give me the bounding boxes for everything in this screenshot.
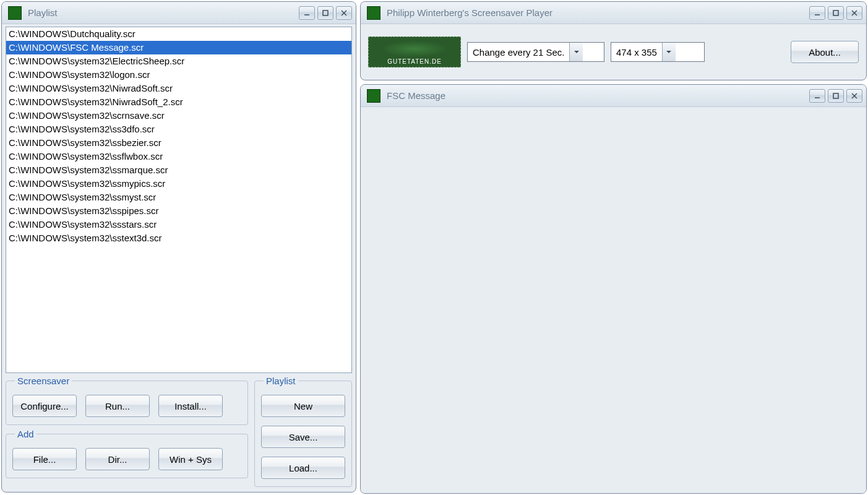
svg-rect-1 <box>323 11 328 15</box>
resolution-value: 474 x 355 <box>611 43 662 61</box>
add-winsys-button[interactable]: Win + Sys <box>158 448 223 470</box>
preview-window: FSC Message <box>360 84 867 494</box>
logo-image: GUTETATEN.DE <box>368 37 461 67</box>
chevron-down-icon <box>662 43 676 61</box>
minimize-button[interactable] <box>299 6 315 20</box>
app-icon <box>367 89 380 103</box>
app-icon <box>367 6 380 20</box>
groups-row: Screensaver Configure... Run... Install.… <box>6 376 352 487</box>
list-item[interactable]: C:\WINDOWS\system32\scrnsave.scr <box>6 109 351 123</box>
preview-title: FSC Message <box>387 90 803 101</box>
list-item[interactable]: C:\WINDOWS\FSC Message.scr <box>6 41 351 54</box>
run-button[interactable]: Run... <box>85 395 150 417</box>
add-dir-button[interactable]: Dir... <box>85 448 150 470</box>
groups-left-col: Screensaver Configure... Run... Install.… <box>6 376 248 487</box>
app-icon <box>8 6 22 20</box>
add-file-button[interactable]: File... <box>12 448 77 470</box>
list-item[interactable]: C:\WINDOWS\system32\ssmypics.scr <box>6 177 351 191</box>
list-item[interactable]: C:\WINDOWS\system32\NiwradSoft_2.scr <box>6 95 351 109</box>
player-title: Philipp Winterberg's Screensaver Player <box>387 7 803 18</box>
list-item[interactable]: C:\WINDOWS\system32\ss3dfo.scr <box>6 123 351 136</box>
playlist-title: Playlist <box>28 7 293 18</box>
maximize-button[interactable] <box>828 6 844 20</box>
window-controls <box>299 6 352 20</box>
install-button[interactable]: Install... <box>158 395 223 417</box>
minimize-button[interactable] <box>809 6 825 20</box>
list-item[interactable]: C:\WINDOWS\system32\logon.scr <box>6 68 351 82</box>
preview-titlebar[interactable]: FSC Message <box>361 85 866 107</box>
list-item[interactable]: C:\WINDOWS\system32\ssflwbox.scr <box>6 150 351 163</box>
playlist-group: Playlist New Save... Load... <box>254 376 352 487</box>
list-item[interactable]: C:\WINDOWS\system32\ssmarque.scr <box>6 163 351 177</box>
window-controls <box>809 6 862 20</box>
minimize-button[interactable] <box>809 89 825 103</box>
about-button[interactable]: About... <box>791 41 859 63</box>
playlist-listbox[interactable]: C:\WINDOWS\Dutchquality.scrC:\WINDOWS\FS… <box>6 27 352 373</box>
chevron-down-icon <box>569 43 583 61</box>
screensaver-legend: Screensaver <box>15 376 72 386</box>
change-interval-value: Change every 21 Sec. <box>468 43 569 61</box>
close-button[interactable] <box>336 6 352 20</box>
close-button[interactable] <box>846 89 862 103</box>
svg-rect-5 <box>833 11 838 15</box>
window-controls <box>809 89 862 103</box>
list-item[interactable]: C:\WINDOWS\system32\sstext3d.scr <box>6 231 351 245</box>
player-window: Philipp Winterberg's Screensaver Player … <box>360 1 867 80</box>
playlist-window: Playlist C:\WINDOWS\Dutchquality.scrC:\W… <box>1 1 356 493</box>
list-item[interactable]: C:\WINDOWS\system32\ssstars.scr <box>6 218 351 231</box>
playlist-save-button[interactable]: Save... <box>261 426 345 448</box>
player-titlebar[interactable]: Philipp Winterberg's Screensaver Player <box>361 2 866 24</box>
configure-button[interactable]: Configure... <box>12 395 77 417</box>
groups-right-col: Playlist New Save... Load... <box>254 376 352 487</box>
list-item[interactable]: C:\WINDOWS\system32\ssbezier.scr <box>6 136 351 150</box>
resolution-dropdown[interactable]: 474 x 355 <box>611 42 705 62</box>
playlist-body: C:\WINDOWS\Dutchquality.scrC:\WINDOWS\FS… <box>2 24 356 492</box>
playlist-new-button[interactable]: New <box>261 395 345 417</box>
list-item[interactable]: C:\WINDOWS\system32\NiwradSoft.scr <box>6 82 351 95</box>
maximize-button[interactable] <box>828 89 844 103</box>
list-item[interactable]: C:\WINDOWS\system32\sspipes.scr <box>6 204 351 218</box>
playlist-titlebar[interactable]: Playlist <box>2 2 356 24</box>
playlist-legend: Playlist <box>264 376 298 386</box>
change-interval-dropdown[interactable]: Change every 21 Sec. <box>467 42 604 62</box>
svg-rect-9 <box>833 93 838 98</box>
preview-body <box>361 107 866 493</box>
list-item[interactable]: C:\WINDOWS\system32\ElectricSheep.scr <box>6 54 351 68</box>
close-button[interactable] <box>846 6 862 20</box>
player-body: GUTETATEN.DE Change every 21 Sec. 474 x … <box>361 24 866 80</box>
list-item[interactable]: C:\WINDOWS\Dutchquality.scr <box>6 27 351 41</box>
add-group: Add File... Dir... Win + Sys <box>6 429 248 478</box>
screensaver-group: Screensaver Configure... Run... Install.… <box>6 376 248 425</box>
add-legend: Add <box>15 429 37 439</box>
list-item[interactable]: C:\WINDOWS\system32\ssmyst.scr <box>6 191 351 204</box>
playlist-load-button[interactable]: Load... <box>261 457 345 479</box>
maximize-button[interactable] <box>317 6 333 20</box>
